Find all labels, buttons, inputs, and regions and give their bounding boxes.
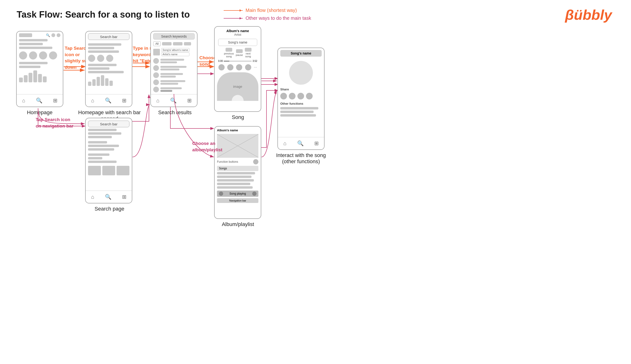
album-playlist-label: Album/playlist: [214, 221, 262, 228]
album-function-btn-label: Function buttons: [217, 160, 238, 164]
sp-grid-icon[interactable]: ⊞: [122, 194, 126, 200]
hps-row2: [88, 47, 114, 49]
song-prev-btn[interactable]: previoussong: [224, 48, 234, 58]
album-song-row2[interactable]: [217, 176, 252, 178]
hp-search-icon[interactable]: 🔍: [46, 33, 50, 37]
song-pause-btn[interactable]: pause: [236, 49, 243, 56]
sr-filter3[interactable]: [173, 42, 182, 46]
legend: Main flow (shortest way) Other ways to d…: [224, 8, 311, 23]
hps-row6: [88, 71, 124, 73]
hp-circle1: [19, 52, 27, 60]
hps-home-icon[interactable]: ⌂: [91, 98, 94, 104]
sr-circle4: [153, 80, 159, 85]
hp-grid-icon[interactable]: ⊞: [53, 98, 57, 104]
song-next-icon: [245, 48, 252, 52]
interact-home-icon[interactable]: ⌂: [284, 140, 286, 146]
hp-bar1: [19, 78, 23, 82]
hp-bar6: [43, 76, 47, 82]
song-name-display: Song's name: [218, 39, 257, 46]
hp-icon1: [52, 33, 55, 37]
song-func-icon3[interactable]: [236, 64, 242, 70]
phone-search-page: Search bar ⌂ 🔍 ⊞: [85, 118, 132, 204]
sr-row2b: [160, 68, 180, 70]
hps-search-bar[interactable]: Search bar: [88, 33, 130, 40]
sp-row4: [88, 141, 107, 144]
sp-grid3: [116, 166, 130, 175]
search-results-label: Search results: [157, 110, 193, 116]
sr-home-icon[interactable]: ⌂: [156, 98, 160, 104]
hps-row4: [88, 64, 116, 66]
hps-circle1: [88, 55, 95, 62]
album-song-row4[interactable]: [217, 183, 250, 185]
sr-filter-all[interactable]: All: [153, 42, 160, 46]
song-image-label: image: [233, 85, 242, 88]
hp-row1: [19, 39, 48, 42]
phone-interact-song: Song's name Share Other functions ⌂ 🔍 ⊞: [278, 48, 324, 150]
interact-share-icon2[interactable]: [289, 93, 296, 100]
song-artist: Artist: [217, 33, 258, 36]
song-func-icon1[interactable]: [218, 64, 224, 70]
sr-filter4[interactable]: [184, 42, 191, 46]
interact-grid-icon[interactable]: ⊞: [314, 140, 318, 146]
sr-song-album-label: Song's/ album's name: [161, 48, 190, 52]
sr-row1b: [160, 62, 177, 63]
album-name: Album's name: [214, 126, 261, 134]
interact-row1: [280, 107, 318, 110]
sr-grid-icon[interactable]: ⊞: [187, 98, 192, 104]
sr-nav-bar: ⌂ 🔍 ⊞: [151, 94, 197, 106]
other-ways-label: Other ways to do the main task: [246, 16, 311, 21]
interact-share-label: Share: [280, 88, 289, 91]
sp-home-icon[interactable]: ⌂: [91, 194, 94, 200]
interact-nav-bar: ⌂ 🔍 ⊞: [278, 137, 324, 150]
sp-search-bar[interactable]: Search bar: [88, 120, 130, 127]
sr-row5a: [160, 87, 182, 89]
hp-nav-bar: ⌂ 🔍 ⊞: [17, 94, 63, 106]
sr-circle1: [153, 58, 159, 64]
song-more-icon[interactable]: ···: [254, 65, 257, 70]
sr-filter2[interactable]: [162, 42, 172, 46]
album-song-row5[interactable]: [217, 186, 253, 189]
song-func-icon2[interactable]: [227, 64, 234, 70]
hp-icon2: [57, 33, 60, 37]
album-func-icon[interactable]: [253, 159, 258, 164]
song-func-icon4[interactable]: [245, 64, 251, 70]
album-nav-bar-label: Navigation bar: [217, 198, 258, 203]
sr-artist-label: Artist's name: [161, 52, 190, 56]
search-page-label: Search page: [93, 206, 126, 212]
hp-bar5: [38, 74, 42, 82]
interact-share-icon1[interactable]: [280, 93, 287, 100]
other-ways-arrow: [224, 18, 243, 18]
hp-search-nav-icon[interactable]: 🔍: [36, 98, 42, 104]
sp-nav-bar: ⌂ 🔍 ⊞: [86, 190, 132, 203]
interact-album-art: [289, 61, 313, 85]
sr-row3b: [160, 76, 176, 78]
song-progress[interactable]: [224, 61, 229, 62]
hps-circle2: [97, 55, 104, 62]
interact-search-icon[interactable]: 🔍: [297, 140, 304, 146]
interact-song-label: Interact with the song (other functions): [269, 152, 333, 165]
hps-nav-bar: ⌂ 🔍 ⊞: [86, 94, 132, 106]
song-next-btn[interactable]: nextsong: [245, 48, 252, 58]
hps-row1: [88, 43, 121, 46]
hp-circle2: [29, 52, 37, 60]
hp-row5: [19, 66, 40, 68]
hps-grid-icon[interactable]: ⊞: [122, 98, 126, 104]
sr-img1: [153, 49, 160, 56]
hp-home-icon[interactable]: ⌂: [22, 98, 25, 104]
album-song-row1[interactable]: [217, 172, 255, 174]
interact-share-icon4[interactable]: [306, 93, 313, 100]
album-song-row3[interactable]: [217, 179, 254, 182]
legend-other-ways: Other ways to do the main task: [224, 16, 311, 21]
phone-album-playlist: Album's name Function buttons Songs Song…: [214, 126, 261, 219]
interact-share-icon3[interactable]: [298, 93, 304, 100]
hp-row3: [19, 47, 52, 49]
song-pause-icon: [236, 49, 243, 53]
hp-circle3: [39, 52, 47, 60]
sp-search-icon[interactable]: 🔍: [105, 194, 111, 200]
tap-search-nav-annotation: Tap Search icon on navigation bar: [36, 116, 83, 129]
sr-search-icon[interactable]: 🔍: [170, 98, 176, 104]
hp-row2: [19, 43, 43, 45]
song-album-name: Album's name: [217, 29, 258, 33]
sr-search-keywords-btn[interactable]: Search keywords: [153, 33, 195, 40]
hps-search-icon[interactable]: 🔍: [105, 98, 111, 104]
